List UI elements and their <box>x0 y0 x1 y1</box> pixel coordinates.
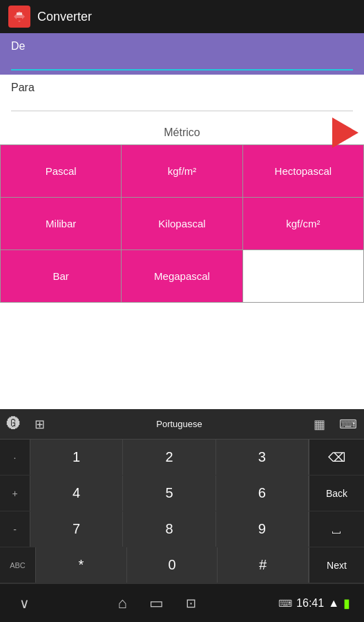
kb-layout-btn[interactable]: ⊞ <box>28 409 52 439</box>
key-star[interactable]: * <box>36 547 127 583</box>
unit-empty <box>243 250 364 303</box>
key-dot[interactable]: · <box>0 440 30 475</box>
kb-go-icon[interactable]: 🅖 <box>0 409 28 439</box>
go-icon: 🅖 <box>7 416 21 432</box>
screenshot-nav-button[interactable]: ⊡ <box>180 590 202 616</box>
wifi-icon: ▲ <box>328 597 339 610</box>
key-backspace[interactable]: ⌫ <box>309 440 364 475</box>
key-back[interactable]: Back <box>309 475 364 511</box>
grid-icon: ⌨ <box>339 417 357 432</box>
key-9[interactable]: 9 <box>216 511 309 547</box>
key-2[interactable]: 2 <box>123 440 215 475</box>
key-7[interactable]: 7 <box>30 511 123 547</box>
unit-pascal[interactable]: Pascal <box>1 145 122 198</box>
unit-kgfcm2[interactable]: kgf/cm² <box>243 198 364 250</box>
kb-grid-btn[interactable]: ⌨ <box>332 409 364 439</box>
unit-area: Métrico Pascal kgf/m² Hectopascal Miliba… <box>0 115 364 409</box>
unit-category-label: Métrico <box>164 126 200 139</box>
key-4[interactable]: 4 <box>30 475 123 511</box>
unit-header: Métrico <box>0 121 364 144</box>
nav-center: ⌂ ▭ ⊡ <box>112 589 201 618</box>
key-6[interactable]: 6 <box>216 475 309 511</box>
de-input[interactable] <box>11 54 353 70</box>
nav-bar: ∨ ⌂ ▭ ⊡ ⌨ 16:41 ▲ ▮ <box>0 583 364 622</box>
keyboard-status-icon: ⌨ <box>278 598 292 609</box>
key-next[interactable]: Next <box>309 547 364 583</box>
key-0[interactable]: 0 <box>127 547 218 583</box>
key-8[interactable]: 8 <box>123 511 215 547</box>
unit-kilopascal[interactable]: Kilopascal <box>122 198 242 250</box>
clip-icon: ▦ <box>314 417 325 432</box>
keyboard: 🅖 ⊞ Portuguese ▦ ⌨ · 1 2 3 ⌫ + 4 5 6 Bac… <box>0 409 364 583</box>
keyboard-lang-row: 🅖 ⊞ Portuguese ▦ ⌨ <box>0 409 364 440</box>
kb-clip-btn[interactable]: ▦ <box>307 409 332 439</box>
app-title: Converter <box>37 10 92 24</box>
app-icon <box>8 6 30 28</box>
de-area: De <box>0 33 364 75</box>
kb-language-label[interactable]: Portuguese <box>52 409 307 439</box>
unit-bar[interactable]: Bar <box>1 250 122 303</box>
key-1[interactable]: 1 <box>30 440 123 475</box>
keyboard-row-2: + 4 5 6 Back <box>0 475 364 511</box>
key-plus[interactable]: + <box>0 475 30 511</box>
key-3[interactable]: 3 <box>216 440 309 475</box>
key-5[interactable]: 5 <box>123 475 215 511</box>
status-bar: ⌨ 16:41 ▲ ▮ <box>278 596 350 611</box>
recent-nav-button[interactable]: ▭ <box>144 589 169 618</box>
key-minus[interactable]: - <box>0 511 30 547</box>
para-label: Para <box>11 82 353 94</box>
back-nav-button[interactable]: ∨ <box>14 590 35 617</box>
status-time: 16:41 <box>296 597 324 610</box>
unit-kgfm2[interactable]: kgf/m² <box>122 145 242 198</box>
unit-hectopascal[interactable]: Hectopascal <box>243 145 364 198</box>
battery-icon: ▮ <box>343 596 350 611</box>
next-category-arrow[interactable] <box>332 117 358 148</box>
para-input[interactable] <box>11 95 353 111</box>
keyboard-row-1: · 1 2 3 ⌫ <box>0 440 364 475</box>
key-hash[interactable]: # <box>218 547 309 583</box>
keyboard-row-4: ABC * 0 # Next <box>0 547 364 583</box>
layout-icon: ⊞ <box>35 417 45 432</box>
key-space[interactable]: ⎵ <box>309 511 364 547</box>
unit-megapascal[interactable]: Megapascal <box>122 250 242 303</box>
para-area: Para <box>0 75 364 115</box>
key-abc[interactable]: ABC <box>0 547 36 583</box>
unit-grid: Pascal kgf/m² Hectopascal Milibar Kilopa… <box>0 144 364 303</box>
home-nav-button[interactable]: ⌂ <box>112 589 132 618</box>
de-label: De <box>11 40 353 53</box>
title-bar: Converter <box>0 0 364 33</box>
unit-milibar[interactable]: Milibar <box>1 198 122 250</box>
keyboard-row-3: - 7 8 9 ⎵ <box>0 511 364 547</box>
